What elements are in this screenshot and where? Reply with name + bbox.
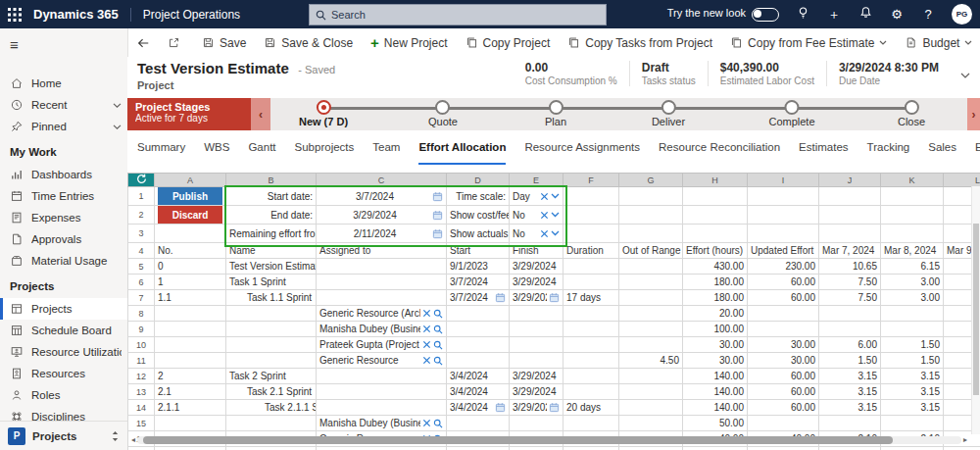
config-label-2[interactable]: End date: xyxy=(226,206,317,225)
cell-H8[interactable]: 20.00 xyxy=(683,306,748,322)
cell-G12[interactable] xyxy=(619,369,683,384)
cell-I14[interactable]: 60.00 xyxy=(748,400,819,416)
sidebar-item-material-usage[interactable]: Material Usage xyxy=(0,250,127,272)
cell-F2[interactable] xyxy=(564,206,619,225)
sidebar-item-roles[interactable]: Roles xyxy=(0,384,127,406)
cell-E17[interactable] xyxy=(510,447,564,450)
cell-H7[interactable]: 180.00 xyxy=(683,290,748,306)
cell-H1[interactable] xyxy=(683,187,748,206)
config-label-3[interactable]: Remaining effort from: xyxy=(226,225,317,243)
tab-estimates[interactable]: Estimates xyxy=(799,130,849,165)
cell-F10[interactable] xyxy=(564,337,619,353)
row-number-15[interactable]: 15 xyxy=(128,416,155,431)
cell-I10[interactable]: 30.00 xyxy=(748,337,819,353)
bpf-stage-complete[interactable]: Complete xyxy=(768,100,814,127)
gear-icon[interactable]: ⚙ xyxy=(889,0,905,28)
cell-J12[interactable]: 3.15 xyxy=(819,369,881,384)
cell-A10[interactable] xyxy=(155,337,226,353)
cell-I2[interactable] xyxy=(748,206,819,225)
row-number-3[interactable]: 3 xyxy=(128,225,155,243)
cell-E8[interactable] xyxy=(510,306,564,322)
row-number-2[interactable]: 2 xyxy=(128,206,155,225)
cell-G3[interactable] xyxy=(619,225,683,243)
bpf-collapse-chevron[interactable]: ‹ xyxy=(251,98,270,130)
cell-E9[interactable] xyxy=(510,322,564,337)
grid-column-header-H[interactable]: Effort (hours) xyxy=(683,243,748,259)
horizontal-scrollbar[interactable]: ◂ ▸ xyxy=(131,435,967,444)
cell-D8[interactable] xyxy=(447,306,510,322)
cell-F15[interactable] xyxy=(564,416,619,431)
tab-expense-estimates[interactable]: Expense Estimates xyxy=(975,130,980,165)
cell-B17[interactable] xyxy=(226,447,317,450)
cell-B10[interactable] xyxy=(226,337,317,353)
plus-icon[interactable]: ＋ xyxy=(826,0,842,28)
hamburger-icon[interactable]: ≡ xyxy=(10,36,29,53)
cell-H3[interactable] xyxy=(683,225,748,243)
cell-A14[interactable]: 2.1.1 xyxy=(155,400,226,416)
cell-J8[interactable] xyxy=(819,306,881,322)
cell-G17[interactable] xyxy=(619,447,683,450)
cell-H13[interactable]: 140.00 xyxy=(683,384,748,400)
cell-F1[interactable] xyxy=(564,187,619,206)
col-header-K[interactable]: K xyxy=(881,174,944,187)
cell-C8[interactable]: Generic Resource (Architect xyxy=(317,306,447,322)
cell-F5[interactable] xyxy=(564,259,619,275)
cell-A7[interactable]: 1.1 xyxy=(155,290,226,306)
cell-L17[interactable] xyxy=(944,447,980,450)
cell-E6[interactable]: 3/29/2024 xyxy=(510,275,564,290)
sidebar-item-home[interactable]: Home xyxy=(0,73,127,94)
cell-C5[interactable] xyxy=(317,259,447,275)
cell-B8[interactable] xyxy=(226,306,317,322)
grid-column-header-G[interactable]: Out of Range xyxy=(619,243,683,259)
cell-A11[interactable] xyxy=(155,353,226,369)
cell-J10[interactable]: 6.00 xyxy=(819,337,881,353)
cell-J3[interactable] xyxy=(819,225,881,243)
search-input[interactable]: Search xyxy=(309,4,607,25)
cell-B11[interactable] xyxy=(226,353,317,369)
back-button[interactable] xyxy=(127,28,159,57)
cell-H14[interactable]: 140.00 xyxy=(683,400,748,416)
cell-H6[interactable]: 180.00 xyxy=(683,275,748,290)
cell-H10[interactable]: 30.00 xyxy=(683,337,748,353)
cell-A6[interactable]: 1 xyxy=(155,275,226,290)
cell-J9[interactable] xyxy=(819,322,881,337)
save-close-button[interactable]: Save & Close xyxy=(255,28,362,57)
cell-I3[interactable] xyxy=(748,225,819,243)
cell-A12[interactable]: 2 xyxy=(155,369,226,384)
cell-I9[interactable] xyxy=(748,322,819,337)
cell-G1[interactable] xyxy=(619,187,683,206)
config-date-field-1[interactable]: 3/7/2024 xyxy=(317,187,447,206)
cell-K8[interactable] xyxy=(881,306,944,322)
row-number-10[interactable]: 10 xyxy=(128,337,155,353)
config-date-field-3[interactable]: 2/11/2024 xyxy=(317,225,447,243)
tab-wbs[interactable]: WBS xyxy=(204,130,229,165)
cell-H11[interactable]: 30.00 xyxy=(683,353,748,369)
cell-J14[interactable]: 3.15 xyxy=(819,400,881,416)
cell-B5[interactable]: Test Version Estimate xyxy=(226,259,317,275)
cell-I17[interactable] xyxy=(748,447,819,450)
cell-K1[interactable] xyxy=(881,187,944,206)
sidebar-item-resources[interactable]: Resources xyxy=(0,363,127,384)
copy-tasks-button[interactable]: Copy Tasks from Project xyxy=(559,28,721,57)
cell-I5[interactable]: 230.00 xyxy=(748,259,819,275)
cell-E14[interactable]: 3/29/2024 xyxy=(510,400,564,416)
sidebar-item-projects[interactable]: Projects xyxy=(0,298,127,320)
budget-button[interactable]: Budget xyxy=(896,28,980,57)
col-header-C[interactable]: C xyxy=(317,174,447,187)
sidebar-item-time-entries[interactable]: Time Entries xyxy=(0,185,127,207)
sidebar-item-expenses[interactable]: Expenses xyxy=(0,207,127,228)
cell-J5[interactable]: 10.65 xyxy=(819,259,881,275)
cell-K15[interactable] xyxy=(881,416,944,431)
cell-E10[interactable] xyxy=(510,337,564,353)
cell-J2[interactable] xyxy=(819,206,881,225)
col-header-F[interactable]: F xyxy=(564,174,619,187)
tab-subprojects[interactable]: Subprojects xyxy=(295,130,355,165)
row-number-6[interactable]: 6 xyxy=(128,275,155,290)
bpf-stage-close[interactable]: Close xyxy=(898,100,925,127)
row-number-1[interactable]: 1 xyxy=(128,187,155,206)
cell-D15[interactable] xyxy=(447,416,510,431)
new-project-button[interactable]: +New Project xyxy=(362,28,456,57)
cell-B12[interactable]: Task 2 Sprint xyxy=(226,369,317,384)
cell-B14[interactable]: Task 2.1.1 Sprint xyxy=(226,400,317,416)
cell-G8[interactable] xyxy=(619,306,683,322)
